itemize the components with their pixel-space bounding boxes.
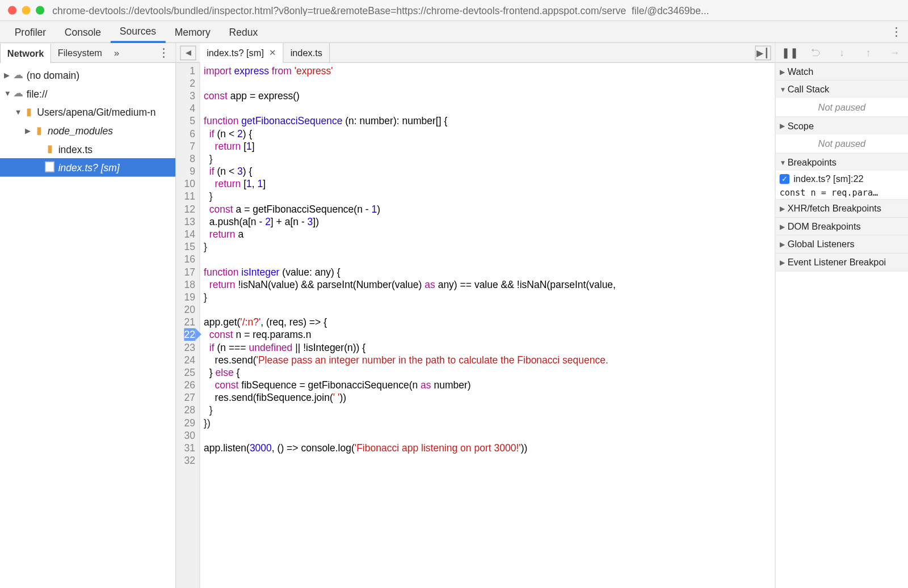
not-paused-label: Not paused <box>776 134 908 153</box>
tree-label: node_modules <box>48 125 113 136</box>
subtab-filesystem[interactable]: Filesystem <box>51 43 108 62</box>
section-header[interactable]: ▶Scope <box>776 117 908 134</box>
window-url: chrome-devtools://devtools/bundled/inspe… <box>52 5 900 16</box>
section-header[interactable]: ▶Global Listeners <box>776 235 908 252</box>
file-icon: ▮ <box>44 143 56 155</box>
section-xhr-breakpoints: ▶XHR/fetch Breakpoints <box>776 200 908 218</box>
section-event-breakpoints: ▶Event Listener Breakpoi <box>776 253 908 272</box>
tree-label: index.ts? [sm] <box>58 162 120 173</box>
editor-tabs: ◀ index.ts? [sm] ✕ index.ts ▶┃ <box>176 43 775 63</box>
line-gutter[interactable]: 1234567891011121314151617181920212223242… <box>176 63 200 588</box>
navigator-more-icon[interactable]: ⋮ <box>157 45 170 60</box>
tree-label: (no domain) <box>27 69 79 81</box>
tree-file-scheme[interactable]: ▼ file:// <box>0 84 175 103</box>
editor-tab-index-sm[interactable]: index.ts? [sm] ✕ <box>200 43 283 62</box>
section-header[interactable]: ▼Breakpoints <box>776 154 908 171</box>
subtab-more-icon[interactable]: » <box>109 47 125 58</box>
step-into-icon[interactable]: ↓ <box>835 47 850 58</box>
tree-no-domain[interactable]: ▶ (no domain) <box>0 66 175 84</box>
step-over-icon[interactable]: ⮌ <box>808 47 823 58</box>
step-icon[interactable]: → <box>888 47 902 58</box>
section-title: Scope <box>788 120 814 131</box>
editor-tab-label: index.ts <box>291 43 322 62</box>
editor-tab-label: index.ts? [sm] <box>207 43 264 62</box>
close-tab-icon[interactable]: ✕ <box>269 43 276 62</box>
breakpoint-code-preview: const n = req.para… <box>776 187 908 199</box>
section-title: XHR/fetch Breakpoints <box>788 203 881 214</box>
show-navigator-icon[interactable]: ◀ <box>180 45 196 60</box>
section-breakpoints: ▼Breakpoints ✓ index.ts? [sm]:22 const n… <box>776 154 908 200</box>
tab-memory[interactable]: Memory <box>165 21 220 43</box>
breakpoint-location: index.ts? [sm]:22 <box>793 174 864 184</box>
subtab-network[interactable]: Network <box>0 43 51 63</box>
section-dom-breakpoints: ▶DOM Breakpoints <box>776 218 908 236</box>
tree-label: index.ts <box>58 143 93 155</box>
editor-tab-index-ts[interactable]: index.ts <box>284 43 330 62</box>
more-menu-icon[interactable]: ⋮ <box>889 24 902 39</box>
folder-icon: ▮ <box>33 124 45 136</box>
file-tree: ▶ (no domain) ▼ file:// ▼▮ Users/apena/G… <box>0 63 175 588</box>
folder-icon: ▮ <box>23 106 35 118</box>
section-title: Event Listener Breakpoi <box>788 257 886 268</box>
breakpoint-entry[interactable]: ✓ index.ts? [sm]:22 <box>776 171 908 187</box>
code-content[interactable]: import express from 'express'const app =… <box>200 63 775 588</box>
file-icon <box>44 161 56 174</box>
section-scope: ▶Scope Not paused <box>776 117 908 154</box>
debugger-toolbar: ❚❚ ⮌ ↓ ↑ → <box>776 43 908 63</box>
section-title: Call Stack <box>788 84 830 95</box>
section-header[interactable]: ▼Call Stack <box>776 81 908 98</box>
window-titlebar: chrome-devtools://devtools/bundled/inspe… <box>0 0 908 21</box>
tree-file-index-sm[interactable]: index.ts? [sm] <box>0 158 175 177</box>
tree-node-modules[interactable]: ▶▮ node_modules <box>0 121 175 140</box>
tree-label: file:// <box>27 88 48 99</box>
tab-redux[interactable]: Redux <box>220 21 267 43</box>
section-title: Watch <box>788 66 814 77</box>
section-header[interactable]: ▶XHR/fetch Breakpoints <box>776 200 908 217</box>
devtools-tabs: Profiler Console Sources Memory Redux ⋮ <box>0 21 908 43</box>
tree-file-index-ts[interactable]: ▮ index.ts <box>0 139 175 158</box>
step-out-icon[interactable]: ↑ <box>861 47 876 58</box>
checkbox-icon[interactable]: ✓ <box>780 174 790 184</box>
section-global-listeners: ▶Global Listeners <box>776 235 908 253</box>
cloud-icon <box>12 69 24 81</box>
navigator-subtabs: Network Filesystem » ⋮ <box>0 43 175 63</box>
close-window-icon[interactable] <box>8 6 16 15</box>
cloud-icon <box>12 87 24 99</box>
tree-label: Users/apena/Git/medium-n <box>37 106 155 117</box>
traffic-lights <box>8 6 44 15</box>
maximize-window-icon[interactable] <box>36 6 44 15</box>
section-title: Breakpoints <box>788 157 836 168</box>
not-paused-label: Not paused <box>776 98 908 117</box>
section-header[interactable]: ▶Event Listener Breakpoi <box>776 253 908 270</box>
section-header[interactable]: ▶DOM Breakpoints <box>776 218 908 235</box>
pause-icon[interactable]: ❚❚ <box>781 46 796 58</box>
tab-console[interactable]: Console <box>55 21 110 43</box>
code-editor[interactable]: 1234567891011121314151617181920212223242… <box>176 63 775 588</box>
section-title: DOM Breakpoints <box>788 221 861 232</box>
show-debugger-icon[interactable]: ▶┃ <box>755 45 771 60</box>
section-watch: ▶Watch <box>776 63 908 81</box>
tab-sources[interactable]: Sources <box>110 21 165 43</box>
tree-project-folder[interactable]: ▼▮ Users/apena/Git/medium-n <box>0 103 175 121</box>
tab-profiler[interactable]: Profiler <box>5 21 55 43</box>
section-title: Global Listeners <box>788 239 855 249</box>
section-call-stack: ▼Call Stack Not paused <box>776 81 908 117</box>
minimize-window-icon[interactable] <box>22 6 31 15</box>
section-header[interactable]: ▶Watch <box>776 63 908 80</box>
